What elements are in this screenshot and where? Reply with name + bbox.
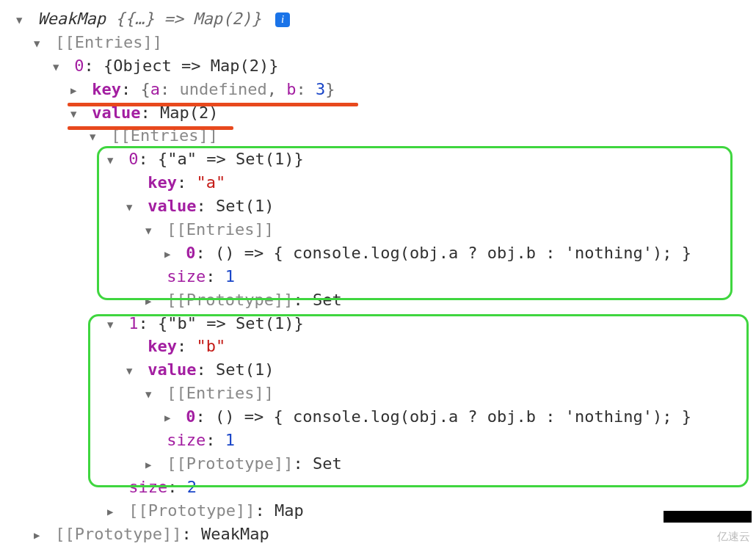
tree-row-map-entry[interactable]: ▼ 1: {"b" => Set(1)}	[7, 312, 756, 335]
tree-row-set-entry[interactable]: ▶ 0: () => { console.log(obj.a ? obj.b :…	[7, 241, 756, 265]
tree-row-size[interactable]: ▶ size: 1	[7, 265, 756, 288]
prototype-value: Set	[313, 454, 342, 473]
chevron-down-icon[interactable]: ▼	[107, 317, 119, 332]
annotation-underline-key	[68, 103, 358, 106]
string-value: "b"	[197, 337, 226, 355]
internal-slot-label: [[Entries]]	[167, 384, 274, 402]
function-body: () => { console.log(obj.a ? obj.b : 'not…	[215, 244, 691, 262]
property-label: key	[148, 337, 177, 355]
tree-row-set-entry[interactable]: ▶ 0: () => { console.log(obj.a ? obj.b :…	[7, 405, 756, 429]
property-label: size	[167, 431, 206, 449]
property-label: value	[148, 360, 196, 379]
chevron-right-icon[interactable]: ▶	[145, 294, 157, 308]
entry-index: 1	[128, 314, 138, 332]
tree-row-key[interactable]: ▶ key: {a: undefined, b: 3}	[7, 78, 756, 101]
internal-slot-label: [[Entries]]	[167, 220, 274, 239]
value-summary: Set(1)	[216, 360, 274, 379]
chevron-right-icon[interactable]: ▶	[107, 504, 119, 519]
entry-index: 0	[74, 57, 84, 75]
property-label: key	[148, 173, 177, 192]
property-label: size	[128, 478, 167, 496]
tree-row-prototype[interactable]: ▶ [[Prototype]]: WeakMap	[7, 523, 756, 546]
number-value: 1	[225, 267, 235, 286]
chevron-down-icon[interactable]: ▼	[126, 363, 138, 378]
chevron-right-icon[interactable]: ▶	[164, 247, 176, 261]
tree-row-entries[interactable]: ▼ [[Entries]]	[7, 218, 756, 241]
entry-index: 0	[128, 150, 138, 168]
property-label: key	[92, 80, 121, 98]
chevron-down-icon[interactable]: ▼	[145, 387, 157, 401]
chevron-down-icon[interactable]: ▼	[34, 36, 46, 51]
prototype-value: WeakMap	[201, 525, 269, 543]
chevron-down-icon[interactable]: ▼	[90, 129, 101, 144]
entry-summary: {Object => Map(2)}	[103, 57, 278, 75]
chevron-down-icon[interactable]: ▼	[70, 106, 82, 121]
tree-row-prototype[interactable]: ▶ [[Prototype]]: Map	[7, 499, 756, 523]
tree-row-prototype[interactable]: ▶ [[Prototype]]: Set	[7, 452, 756, 476]
internal-slot-label: [[Entries]]	[55, 33, 162, 51]
chevron-down-icon[interactable]: ▼	[16, 12, 28, 27]
tree-row-map-value[interactable]: ▼ value: Set(1)	[7, 194, 756, 218]
entry-index: 0	[186, 407, 195, 426]
chevron-right-icon[interactable]: ▶	[164, 410, 176, 425]
chevron-down-icon[interactable]: ▼	[107, 153, 119, 167]
tree-row-prototype[interactable]: ▶ [[Prototype]]: Set	[7, 288, 756, 312]
tree-row-map-entry[interactable]: ▼ 0: {"a" => Set(1)}	[7, 148, 756, 171]
chevron-right-icon[interactable]: ▶	[34, 528, 46, 542]
internal-slot-label: [[Prototype]]	[128, 501, 255, 520]
tree-row-entry-0[interactable]: ▼ 0: {Object => Map(2)}	[7, 54, 756, 78]
key-preview: {a: undefined, b: 3}	[141, 80, 335, 98]
function-body: () => { console.log(obj.a ? obj.b : 'not…	[215, 407, 691, 426]
prototype-value: Map	[275, 501, 304, 520]
tree-row-weakmap-root[interactable]: ▼ WeakMap {{…} => Map(2)} i	[7, 7, 756, 31]
property-label: value	[148, 197, 196, 215]
annotation-underline-value	[68, 126, 233, 130]
entry-summary: {"b" => Set(1)}	[158, 314, 304, 332]
string-value: "a"	[197, 173, 226, 192]
tree-row-size[interactable]: ▶ size: 2	[7, 476, 756, 499]
value-summary: Set(1)	[216, 197, 274, 215]
watermark: 亿速云	[717, 528, 750, 545]
internal-slot-label: [[Prototype]]	[167, 291, 293, 309]
tree-row-map-key[interactable]: ▶ key: "a"	[7, 171, 756, 194]
info-icon[interactable]: i	[275, 12, 290, 27]
tree-row-map-key[interactable]: ▶ key: "b"	[7, 335, 756, 358]
chevron-down-icon[interactable]: ▼	[145, 223, 157, 238]
tree-row-size[interactable]: ▶ size: 1	[7, 429, 756, 452]
chevron-down-icon[interactable]: ▼	[53, 59, 65, 74]
number-value: 2	[187, 478, 197, 496]
property-label: size	[167, 267, 206, 286]
chevron-right-icon[interactable]: ▶	[70, 83, 82, 98]
entry-index: 0	[186, 244, 195, 262]
prototype-value: Set	[313, 291, 342, 309]
internal-slot-label: [[Prototype]]	[167, 454, 293, 473]
chevron-right-icon[interactable]: ▶	[145, 457, 157, 472]
redaction-bar	[664, 511, 752, 523]
number-value: 1	[225, 431, 235, 449]
object-summary: WeakMap {{…} => Map(2)}	[37, 10, 271, 28]
tree-row-entries[interactable]: ▼ [[Entries]]	[7, 382, 756, 405]
tree-row-entries[interactable]: ▼ [[Entries]]	[7, 31, 756, 54]
entry-summary: {"a" => Set(1)}	[158, 150, 304, 168]
tree-row-map-value[interactable]: ▼ value: Set(1)	[7, 358, 756, 382]
internal-slot-label: [[Prototype]]	[55, 525, 181, 543]
chevron-down-icon[interactable]: ▼	[126, 200, 138, 214]
